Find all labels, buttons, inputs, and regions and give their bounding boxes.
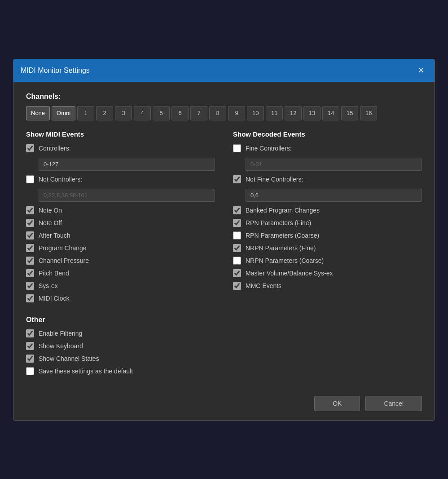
ok-button[interactable]: OK (314, 396, 360, 411)
decoded-events-checkbox-8[interactable] (233, 282, 241, 290)
midi-events-label-0[interactable]: Controllers: (39, 145, 71, 152)
decoded-events-checkbox-3[interactable] (233, 219, 241, 227)
channel-btn-9[interactable]: 9 (228, 106, 245, 120)
decoded-events-checkbox-2[interactable] (233, 206, 241, 214)
channels-label: Channels: (26, 93, 422, 101)
decoded-events-checkbox-7[interactable] (233, 269, 241, 277)
midi-events-checkbox-6[interactable] (26, 257, 34, 265)
other-item-1: Show Keyboard (26, 342, 422, 350)
midi-events-item-1: Not Controllers: (26, 175, 215, 183)
midi-events-label-2[interactable]: Note On (39, 207, 62, 214)
midi-events-item-4: After Touch (26, 231, 215, 240)
midi-events-label-5[interactable]: Program Change (39, 244, 87, 252)
decoded-events-input-0[interactable] (246, 158, 422, 171)
midi-events-label-8[interactable]: Sys-ex (39, 282, 58, 289)
midi-events-checkbox-7[interactable] (26, 269, 34, 277)
midi-events-label-3[interactable]: Note Off (39, 219, 62, 226)
midi-events-checkbox-9[interactable] (26, 294, 34, 302)
other-label-3[interactable]: Save these settings as the default (39, 368, 133, 375)
decoded-events-checkbox-6[interactable] (233, 257, 241, 265)
other-label-0[interactable]: Enable Filtering (39, 330, 82, 337)
decoded-events-title: Show Decoded Events (233, 130, 422, 138)
decoded-events-item-8: MMC Events (233, 282, 422, 290)
midi-events-checkbox-5[interactable] (26, 244, 34, 252)
other-item-2: Show Channel States (26, 355, 422, 363)
decoded-events-item-7: Master Volume/Balance Sys-ex (233, 269, 422, 277)
decoded-events-label-7[interactable]: Master Volume/Balance Sys-ex (246, 270, 333, 277)
midi-events-input-1[interactable] (39, 189, 215, 202)
button-row: OK Cancel (13, 390, 435, 420)
decoded-events-checkbox-4[interactable] (233, 231, 241, 240)
channel-btn-16[interactable]: 16 (360, 106, 377, 120)
other-label-2[interactable]: Show Channel States (39, 355, 99, 362)
channel-btn-3[interactable]: 3 (115, 106, 132, 120)
decoded-events-input-1[interactable] (246, 189, 422, 202)
channel-btn-12[interactable]: 12 (285, 106, 302, 120)
midi-events-checkbox-8[interactable] (26, 282, 34, 290)
channel-btn-14[interactable]: 14 (322, 106, 339, 120)
midi-events-item-0: Controllers: (26, 144, 215, 152)
decoded-events-label-8[interactable]: MMC Events (246, 282, 281, 289)
channel-btn-10[interactable]: 10 (247, 106, 264, 120)
midi-events-label-6[interactable]: Channel Pressure (39, 257, 89, 264)
channel-btn-1[interactable]: 1 (77, 106, 94, 120)
midi-events-checkbox-0[interactable] (26, 144, 34, 152)
decoded-events-label-3[interactable]: RPN Parameters (Fine) (246, 219, 311, 226)
decoded-events-label-2[interactable]: Banked Program Changes (246, 207, 320, 214)
midi-events-input-0[interactable] (39, 158, 215, 171)
channel-btn-none[interactable]: None (26, 106, 50, 120)
midi-events-label-4[interactable]: After Touch (39, 232, 70, 239)
channel-btn-15[interactable]: 15 (341, 106, 358, 120)
midi-events-checkbox-3[interactable] (26, 219, 34, 227)
decoded-events-column: Show Decoded Events Fine Controllers:Not… (233, 130, 422, 307)
midi-events-input-wrapper-1 (26, 188, 215, 206)
channels-row: NoneOmni12345678910111213141516 (26, 106, 422, 120)
channel-btn-5[interactable]: 5 (153, 106, 170, 120)
other-checkbox-0[interactable] (26, 329, 34, 337)
midi-events-checkbox-4[interactable] (26, 231, 34, 240)
decoded-events-label-4[interactable]: RPN Parameters (Coarse) (246, 232, 319, 239)
other-item-3: Save these settings as the default (26, 367, 422, 375)
decoded-events-label-0[interactable]: Fine Controllers: (246, 145, 292, 152)
other-checkbox-2[interactable] (26, 355, 34, 363)
decoded-events-item-3: RPN Parameters (Fine) (233, 219, 422, 227)
title-bar: MIDI Monitor Settings × (13, 59, 435, 82)
channel-btn-2[interactable]: 2 (96, 106, 113, 120)
other-label-1[interactable]: Show Keyboard (39, 342, 83, 350)
channel-btn-11[interactable]: 11 (266, 106, 283, 120)
decoded-events-item-5: NRPN Parameters (Fine) (233, 244, 422, 252)
midi-events-item-6: Channel Pressure (26, 257, 215, 265)
midi-events-item-9: MIDI Clock (26, 294, 215, 302)
dialog-title: MIDI Monitor Settings (21, 67, 90, 75)
channel-btn-13[interactable]: 13 (303, 106, 321, 120)
dialog-content: Channels: NoneOmni1234567891011121314151… (13, 82, 435, 390)
events-columns: Show MIDI Events Controllers:Not Control… (26, 130, 422, 307)
midi-events-checkbox-1[interactable] (26, 175, 34, 183)
midi-events-label-9[interactable]: MIDI Clock (39, 295, 69, 302)
channel-btn-6[interactable]: 6 (171, 106, 189, 120)
decoded-events-checkbox-5[interactable] (233, 244, 241, 252)
decoded-events-label-5[interactable]: NRPN Parameters (Fine) (246, 244, 316, 252)
midi-events-checkbox-2[interactable] (26, 206, 34, 214)
decoded-events-input-wrapper-1 (233, 188, 422, 206)
decoded-events-label-1[interactable]: Not Fine Controllers: (246, 176, 303, 183)
midi-events-item-8: Sys-ex (26, 282, 215, 290)
midi-events-label-7[interactable]: Pitch Bend (39, 270, 69, 277)
decoded-events-label-6[interactable]: NRPN Parameters (Coarse) (246, 257, 324, 264)
channel-btn-7[interactable]: 7 (190, 106, 207, 120)
other-section: Other Enable FilteringShow KeyboardShow … (26, 316, 422, 375)
decoded-events-item-0: Fine Controllers: (233, 144, 422, 152)
decoded-events-item-2: Banked Program Changes (233, 206, 422, 214)
channel-btn-omni[interactable]: Omni (52, 106, 75, 120)
channel-btn-4[interactable]: 4 (134, 106, 151, 120)
midi-events-label-1[interactable]: Not Controllers: (39, 176, 82, 183)
decoded-events-item-4: RPN Parameters (Coarse) (233, 231, 422, 240)
other-checkbox-3[interactable] (26, 367, 34, 375)
cancel-button[interactable]: Cancel (365, 396, 422, 411)
other-title: Other (26, 316, 422, 324)
decoded-events-checkbox-1[interactable] (233, 175, 241, 183)
decoded-events-checkbox-0[interactable] (233, 144, 241, 152)
close-button[interactable]: × (415, 64, 427, 77)
other-checkbox-1[interactable] (26, 342, 34, 350)
channel-btn-8[interactable]: 8 (209, 106, 226, 120)
